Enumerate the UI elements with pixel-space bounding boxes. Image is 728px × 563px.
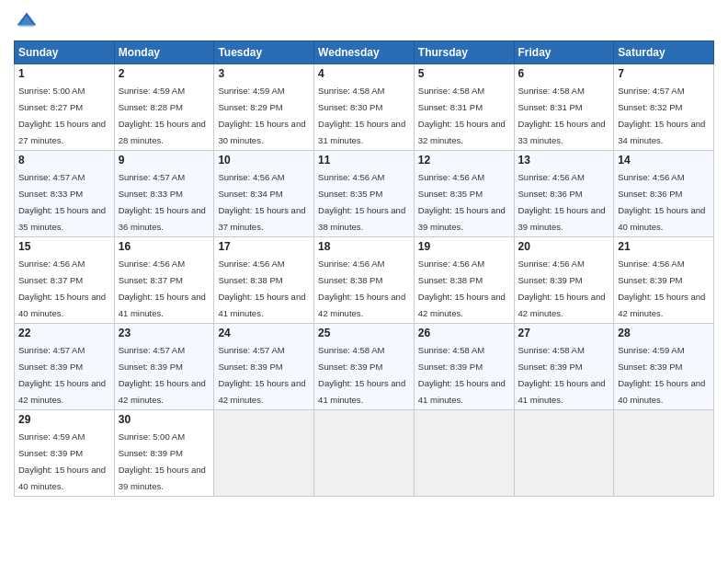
- calendar-cell: 28 Sunrise: 4:59 AMSunset: 8:39 PMDaylig…: [614, 324, 714, 410]
- day-number: 11: [318, 154, 410, 167]
- day-number: 8: [18, 154, 110, 167]
- calendar-cell: [314, 410, 415, 497]
- day-info: Sunrise: 4:56 AMSunset: 8:35 PMDaylight:…: [418, 172, 506, 232]
- calendar-cell: 7 Sunrise: 4:57 AMSunset: 8:32 PMDayligh…: [614, 64, 714, 151]
- calendar-cell: 29 Sunrise: 4:59 AMSunset: 8:39 PMDaylig…: [15, 410, 115, 497]
- calendar-cell: 26 Sunrise: 4:58 AMSunset: 8:39 PMDaylig…: [414, 324, 514, 410]
- day-info: Sunrise: 5:00 AMSunset: 8:27 PMDaylight:…: [18, 86, 106, 145]
- day-number: 22: [18, 327, 110, 339]
- day-info: Sunrise: 4:56 AMSunset: 8:37 PMDaylight:…: [18, 259, 106, 318]
- day-number: 27: [518, 327, 610, 339]
- calendar-cell: 6 Sunrise: 4:58 AMSunset: 8:31 PMDayligh…: [514, 64, 614, 151]
- day-info: Sunrise: 4:58 AMSunset: 8:31 PMDaylight:…: [518, 86, 606, 145]
- day-number: 17: [218, 240, 310, 253]
- day-info: Sunrise: 4:56 AMSunset: 8:34 PMDaylight:…: [218, 172, 305, 232]
- calendar-cell: 4 Sunrise: 4:58 AMSunset: 8:30 PMDayligh…: [314, 64, 415, 151]
- day-number: 12: [418, 154, 510, 167]
- day-number: 16: [119, 240, 210, 253]
- calendar-header-tuesday: Tuesday: [214, 41, 314, 64]
- day-number: 10: [218, 154, 310, 167]
- day-info: Sunrise: 4:57 AMSunset: 8:39 PMDaylight:…: [18, 345, 106, 405]
- calendar-cell: 30 Sunrise: 5:00 AMSunset: 8:39 PMDaylig…: [114, 410, 214, 497]
- calendar-cell: 3 Sunrise: 4:59 AMSunset: 8:29 PMDayligh…: [214, 64, 314, 151]
- day-number: 19: [418, 240, 510, 253]
- day-info: Sunrise: 4:56 AMSunset: 8:35 PMDaylight:…: [318, 172, 405, 232]
- calendar-cell: 12 Sunrise: 4:56 AMSunset: 8:35 PMDaylig…: [414, 151, 514, 237]
- day-info: Sunrise: 4:56 AMSunset: 8:38 PMDaylight:…: [318, 259, 405, 318]
- calendar-cell: 16 Sunrise: 4:56 AMSunset: 8:37 PMDaylig…: [114, 237, 214, 324]
- calendar-header-saturday: Saturday: [614, 41, 714, 64]
- day-number: 26: [418, 327, 510, 339]
- calendar-cell: 1 Sunrise: 5:00 AMSunset: 8:27 PMDayligh…: [15, 64, 115, 151]
- day-number: 25: [318, 327, 410, 339]
- calendar-week-row: 8 Sunrise: 4:57 AMSunset: 8:33 PMDayligh…: [15, 151, 714, 237]
- logo: [14, 9, 43, 35]
- logo-icon: [14, 9, 40, 35]
- calendar-cell: [514, 410, 614, 497]
- calendar-header-sunday: Sunday: [15, 41, 115, 64]
- calendar-cell: 21 Sunrise: 4:56 AMSunset: 8:39 PMDaylig…: [614, 237, 714, 324]
- day-info: Sunrise: 4:56 AMSunset: 8:38 PMDaylight:…: [218, 259, 305, 318]
- day-number: 28: [618, 327, 710, 339]
- calendar-cell: 25 Sunrise: 4:58 AMSunset: 8:39 PMDaylig…: [314, 324, 415, 410]
- day-number: 6: [518, 67, 610, 80]
- calendar-header-monday: Monday: [114, 41, 214, 64]
- day-info: Sunrise: 4:59 AMSunset: 8:29 PMDaylight:…: [218, 86, 305, 145]
- calendar-header-wednesday: Wednesday: [314, 41, 415, 64]
- calendar-cell: 15 Sunrise: 4:56 AMSunset: 8:37 PMDaylig…: [15, 237, 115, 324]
- day-info: Sunrise: 4:59 AMSunset: 8:28 PMDaylight:…: [119, 86, 206, 145]
- page: SundayMondayTuesdayWednesdayThursdayFrid…: [0, 0, 728, 563]
- calendar-cell: [214, 410, 314, 497]
- day-info: Sunrise: 4:56 AMSunset: 8:39 PMDaylight:…: [618, 259, 705, 318]
- day-info: Sunrise: 5:00 AMSunset: 8:39 PMDaylight:…: [119, 431, 206, 491]
- calendar-week-row: 1 Sunrise: 5:00 AMSunset: 8:27 PMDayligh…: [15, 64, 714, 151]
- day-number: 24: [218, 327, 310, 339]
- calendar-cell: [414, 410, 514, 497]
- day-number: 2: [119, 67, 210, 80]
- day-info: Sunrise: 4:58 AMSunset: 8:31 PMDaylight:…: [418, 86, 506, 145]
- day-info: Sunrise: 4:57 AMSunset: 8:39 PMDaylight:…: [119, 345, 206, 405]
- day-number: 20: [518, 240, 610, 253]
- day-info: Sunrise: 4:57 AMSunset: 8:33 PMDaylight:…: [18, 172, 106, 232]
- day-number: 5: [418, 67, 510, 80]
- calendar-week-row: 22 Sunrise: 4:57 AMSunset: 8:39 PMDaylig…: [15, 324, 714, 410]
- calendar-cell: 18 Sunrise: 4:56 AMSunset: 8:38 PMDaylig…: [314, 237, 415, 324]
- calendar-cell: 20 Sunrise: 4:56 AMSunset: 8:39 PMDaylig…: [514, 237, 614, 324]
- day-info: Sunrise: 4:59 AMSunset: 8:39 PMDaylight:…: [18, 431, 106, 491]
- calendar-cell: 27 Sunrise: 4:58 AMSunset: 8:39 PMDaylig…: [514, 324, 614, 410]
- calendar-header-thursday: Thursday: [414, 41, 514, 64]
- day-info: Sunrise: 4:56 AMSunset: 8:36 PMDaylight:…: [518, 172, 606, 232]
- day-number: 3: [218, 67, 310, 80]
- day-number: 13: [518, 154, 610, 167]
- calendar-week-row: 15 Sunrise: 4:56 AMSunset: 8:37 PMDaylig…: [15, 237, 714, 324]
- day-info: Sunrise: 4:57 AMSunset: 8:33 PMDaylight:…: [119, 172, 206, 232]
- calendar-cell: 19 Sunrise: 4:56 AMSunset: 8:38 PMDaylig…: [414, 237, 514, 324]
- calendar-cell: 17 Sunrise: 4:56 AMSunset: 8:38 PMDaylig…: [214, 237, 314, 324]
- calendar-cell: 8 Sunrise: 4:57 AMSunset: 8:33 PMDayligh…: [15, 151, 115, 237]
- day-info: Sunrise: 4:57 AMSunset: 8:39 PMDaylight:…: [218, 345, 305, 405]
- calendar-cell: 23 Sunrise: 4:57 AMSunset: 8:39 PMDaylig…: [114, 324, 214, 410]
- day-info: Sunrise: 4:56 AMSunset: 8:38 PMDaylight:…: [418, 259, 506, 318]
- calendar-cell: 9 Sunrise: 4:57 AMSunset: 8:33 PMDayligh…: [114, 151, 214, 237]
- day-number: 29: [18, 413, 110, 426]
- day-info: Sunrise: 4:58 AMSunset: 8:39 PMDaylight:…: [518, 345, 606, 405]
- day-info: Sunrise: 4:57 AMSunset: 8:32 PMDaylight:…: [618, 86, 705, 145]
- day-number: 4: [318, 67, 410, 80]
- day-number: 9: [119, 154, 210, 167]
- calendar-cell: 10 Sunrise: 4:56 AMSunset: 8:34 PMDaylig…: [214, 151, 314, 237]
- calendar-cell: 22 Sunrise: 4:57 AMSunset: 8:39 PMDaylig…: [15, 324, 115, 410]
- day-number: 30: [119, 413, 210, 426]
- day-number: 14: [618, 154, 710, 167]
- calendar-week-row: 29 Sunrise: 4:59 AMSunset: 8:39 PMDaylig…: [15, 410, 714, 497]
- calendar-header-row: SundayMondayTuesdayWednesdayThursdayFrid…: [15, 41, 714, 64]
- day-info: Sunrise: 4:56 AMSunset: 8:37 PMDaylight:…: [119, 259, 206, 318]
- calendar-cell: 5 Sunrise: 4:58 AMSunset: 8:31 PMDayligh…: [414, 64, 514, 151]
- day-info: Sunrise: 4:59 AMSunset: 8:39 PMDaylight:…: [618, 345, 705, 405]
- calendar-cell: 24 Sunrise: 4:57 AMSunset: 8:39 PMDaylig…: [214, 324, 314, 410]
- day-number: 15: [18, 240, 110, 253]
- day-info: Sunrise: 4:56 AMSunset: 8:39 PMDaylight:…: [518, 259, 606, 318]
- day-number: 7: [618, 67, 710, 80]
- day-info: Sunrise: 4:58 AMSunset: 8:39 PMDaylight:…: [318, 345, 405, 405]
- day-number: 21: [618, 240, 710, 253]
- calendar-cell: 14 Sunrise: 4:56 AMSunset: 8:36 PMDaylig…: [614, 151, 714, 237]
